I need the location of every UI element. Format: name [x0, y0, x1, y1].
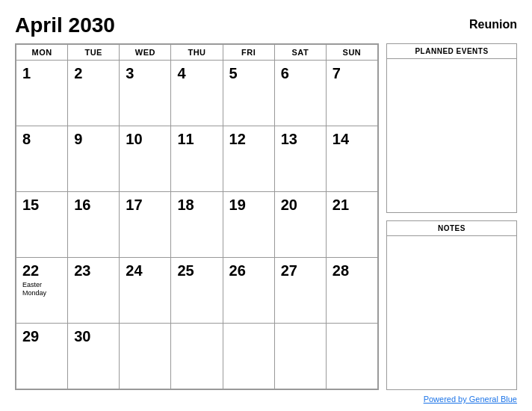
calendar-day-cell: 8: [16, 126, 68, 192]
day-number: 6: [281, 65, 320, 82]
calendar-week-row: 1234567: [16, 61, 378, 126]
day-number: 27: [281, 262, 320, 279]
calendar-section: MONTUEWEDTHUFRISATSUN 123456789101112131…: [15, 43, 379, 390]
sidebar: PLANNED EVENTS NOTES: [386, 43, 517, 390]
calendar-day-cell: 12: [223, 126, 274, 192]
weekday-header: WED: [120, 45, 171, 61]
event-label: Easter Monday: [22, 281, 61, 297]
day-number: 30: [74, 328, 113, 345]
main-content: MONTUEWEDTHUFRISATSUN 123456789101112131…: [15, 43, 517, 390]
footer: Powered by General Blue: [15, 395, 517, 404]
day-number: 23: [74, 262, 113, 279]
calendar-day-cell: 23: [68, 258, 120, 324]
day-number: 17: [126, 197, 164, 214]
calendar-day-cell: 14: [326, 126, 377, 192]
day-number: 3: [126, 65, 164, 82]
day-number: 5: [229, 65, 268, 82]
calendar-day-cell: 27: [274, 258, 326, 324]
planned-events-box: PLANNED EVENTS: [386, 43, 517, 213]
calendar-grid: MONTUEWEDTHUFRISATSUN 123456789101112131…: [16, 44, 378, 389]
calendar-day-cell: 26: [223, 258, 274, 324]
calendar-day-cell: 5: [223, 61, 274, 126]
calendar-day-cell: 2: [68, 61, 120, 126]
calendar-day-cell: 15: [16, 192, 68, 258]
planned-events-content: [387, 59, 516, 208]
calendar-week-row: 22Easter Monday232425262728: [16, 258, 378, 324]
weekday-header: FRI: [223, 45, 274, 61]
region-title: Reunion: [469, 18, 517, 31]
calendar-day-cell: 1: [16, 61, 68, 126]
day-number: 11: [177, 131, 216, 148]
calendar-day-cell: 30: [68, 324, 120, 389]
calendar-day-cell: 17: [120, 192, 171, 258]
day-number: 18: [177, 197, 216, 214]
day-number: 12: [229, 131, 268, 148]
calendar-day-cell: 25: [171, 258, 223, 324]
calendar-day-cell: 19: [223, 192, 274, 258]
notes-box: NOTES: [386, 220, 517, 390]
calendar-day-cell: 16: [68, 192, 120, 258]
calendar-day-cell: 18: [171, 192, 223, 258]
day-number: 8: [22, 131, 61, 148]
calendar-day-cell: 9: [68, 126, 120, 192]
calendar-day-cell: 10: [120, 126, 171, 192]
calendar-day-cell: 11: [171, 126, 223, 192]
day-number: 16: [74, 197, 113, 214]
calendar-day-cell: 3: [120, 61, 171, 126]
day-number: 10: [126, 131, 164, 148]
notes-title: NOTES: [387, 221, 516, 236]
day-number: 7: [332, 65, 371, 82]
calendar-day-cell: 22Easter Monday: [16, 258, 68, 324]
weekday-header-row: MONTUEWEDTHUFRISATSUN: [16, 45, 378, 61]
day-number: 20: [281, 197, 320, 214]
day-number: 13: [281, 131, 320, 148]
calendar-day-cell: [274, 324, 326, 389]
calendar-day-cell: 29: [16, 324, 68, 389]
calendar-day-cell: [120, 324, 171, 389]
day-number: 22: [22, 262, 61, 279]
calendar-day-cell: 20: [274, 192, 326, 258]
weekday-header: TUE: [68, 45, 120, 61]
calendar-day-cell: 21: [326, 192, 377, 258]
calendar-week-row: 891011121314: [16, 126, 378, 192]
day-number: 14: [332, 131, 371, 148]
day-number: 15: [22, 197, 61, 214]
page-header: April 2030 Reunion: [15, 13, 517, 37]
calendar-day-cell: [326, 324, 377, 389]
weekday-header: MON: [16, 45, 68, 61]
calendar-day-cell: 4: [171, 61, 223, 126]
calendar-week-row: 2930: [16, 324, 378, 389]
month-title: April 2030: [15, 13, 115, 37]
calendar-day-cell: 7: [326, 61, 377, 126]
day-number: 1: [22, 65, 61, 82]
calendar-day-cell: 13: [274, 126, 326, 192]
weekday-header: SUN: [326, 45, 377, 61]
day-number: 29: [22, 328, 61, 345]
calendar-day-cell: [171, 324, 223, 389]
day-number: 26: [229, 262, 268, 279]
day-number: 21: [332, 197, 371, 214]
day-number: 24: [126, 262, 164, 279]
powered-by-link[interactable]: Powered by General Blue: [424, 395, 517, 404]
day-number: 28: [332, 262, 371, 279]
weekday-header: THU: [171, 45, 223, 61]
calendar-day-cell: [223, 324, 274, 389]
notes-content: [387, 236, 516, 385]
calendar-day-cell: 6: [274, 61, 326, 126]
day-number: 25: [177, 262, 216, 279]
calendar-day-cell: 28: [326, 258, 377, 324]
calendar-day-cell: 24: [120, 258, 171, 324]
calendar-week-row: 15161718192021: [16, 192, 378, 258]
weekday-header: SAT: [274, 45, 326, 61]
day-number: 9: [74, 131, 113, 148]
planned-events-title: PLANNED EVENTS: [387, 44, 516, 59]
day-number: 2: [74, 65, 113, 82]
day-number: 4: [177, 65, 216, 82]
day-number: 19: [229, 197, 268, 214]
